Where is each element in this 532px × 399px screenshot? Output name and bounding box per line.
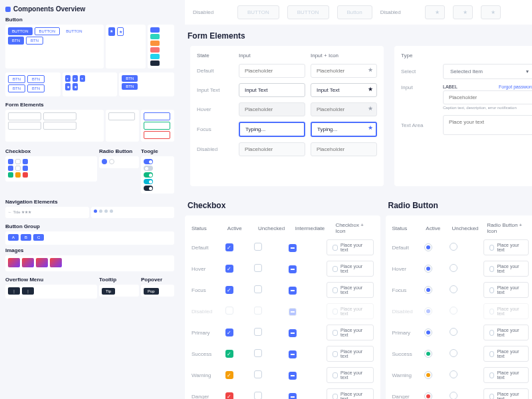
ib1[interactable]: + — [65, 75, 70, 82]
bb2[interactable]: BTN — [122, 83, 138, 90]
mi6[interactable] — [144, 112, 170, 120]
cb7[interactable] — [8, 172, 13, 178]
cb6[interactable] — [23, 166, 28, 171]
r-pill-Default[interactable]: Place your text — [483, 239, 529, 255]
d1[interactable] — [94, 209, 97, 213]
cb-unch-Hover[interactable] — [254, 264, 262, 272]
btn-sm2[interactable]: BTN — [26, 37, 43, 45]
cb-unch-Focus[interactable] — [254, 285, 262, 293]
cb-unch-Danger[interactable] — [254, 392, 262, 399]
r-pill-Hover[interactable]: Place your text — [483, 261, 529, 277]
om2[interactable]: ⋮ — [22, 287, 34, 295]
inp-default-icon[interactable] — [311, 64, 377, 78]
r-pill-Danger[interactable]: Place your text — [483, 388, 529, 399]
cb5[interactable] — [15, 166, 21, 171]
r-active-Focus[interactable] — [424, 286, 432, 294]
mi5[interactable] — [108, 112, 135, 120]
inp-hover[interactable] — [239, 102, 305, 116]
r-unch-Primary[interactable] — [450, 328, 458, 336]
mi7[interactable] — [144, 122, 170, 130]
mini-input1[interactable] — [8, 112, 41, 120]
cb3[interactable] — [23, 159, 28, 164]
cb4[interactable] — [8, 166, 13, 171]
cb-active-Danger[interactable]: ✓ — [225, 392, 233, 399]
r-unch-Success[interactable] — [450, 349, 458, 357]
b3[interactable]: BTN — [8, 84, 25, 92]
t3[interactable] — [144, 172, 153, 178]
r-pill-Focus[interactable]: Place your text — [483, 282, 529, 298]
cb9[interactable] — [23, 172, 28, 178]
icon-button2[interactable]: ★ — [117, 27, 124, 36]
t1[interactable] — [144, 159, 153, 164]
r-pill-Success[interactable]: Place your text — [483, 346, 529, 362]
cb-pill-Default[interactable]: Place your text — [327, 239, 374, 255]
cb-pill-Hover[interactable]: Place your text — [327, 261, 374, 277]
forgot-link[interactable]: Forgot password? — [499, 84, 532, 89]
cb-pill-Warning[interactable]: Place your text — [327, 367, 374, 383]
b2[interactable]: BTN — [27, 75, 45, 83]
bg2[interactable]: B — [21, 234, 31, 241]
cb-inter-Focus[interactable] — [289, 287, 297, 295]
cb-active-Success[interactable]: ✓ — [225, 350, 233, 358]
cb-inter-Default[interactable] — [289, 244, 297, 252]
d2[interactable] — [99, 209, 102, 213]
t5[interactable] — [144, 186, 153, 191]
bg1[interactable]: A — [8, 234, 19, 241]
b4[interactable]: BTN — [27, 84, 45, 92]
r-unch-Warning[interactable] — [450, 370, 458, 378]
cb-active-Hover[interactable]: ✓ — [225, 265, 233, 273]
cb2[interactable] — [15, 159, 21, 164]
r-active-Warning[interactable] — [424, 371, 432, 379]
cb8[interactable] — [15, 172, 21, 178]
r-active-Danger[interactable] — [424, 392, 432, 399]
mini-input3[interactable] — [8, 122, 41, 130]
bg3[interactable]: C — [33, 234, 44, 241]
mini-input4[interactable] — [43, 122, 76, 130]
cb-pill-Success[interactable]: Place your text — [327, 346, 374, 362]
ib4[interactable]: ★ — [65, 83, 70, 90]
cb-pill-Danger[interactable]: Place your text — [327, 388, 374, 399]
r1[interactable] — [102, 159, 107, 164]
inp-text-icon[interactable] — [311, 83, 377, 97]
r-pill-Primary[interactable]: Place your text — [483, 325, 529, 340]
r-active-Default[interactable] — [424, 243, 432, 251]
b1[interactable]: BTN — [8, 75, 25, 83]
r-active-Hover[interactable] — [424, 265, 432, 273]
cb-unch-Warning[interactable] — [254, 370, 262, 378]
mi8[interactable] — [144, 131, 170, 139]
button-primary[interactable]: BUTTON — [8, 27, 33, 35]
btn-sm[interactable]: BTN — [8, 37, 24, 45]
cb1[interactable] — [8, 159, 13, 164]
bb1[interactable]: BTN — [122, 75, 138, 82]
inp-text[interactable] — [239, 83, 305, 97]
cb-unch-Default[interactable] — [254, 243, 262, 251]
r-unch-Default[interactable] — [450, 243, 458, 251]
r-pill-Warning[interactable]: Place your text — [483, 367, 529, 383]
cb-pill-Primary[interactable]: Place your text — [327, 325, 374, 340]
cb-pill-Focus[interactable]: Place your text — [327, 282, 374, 298]
ib2[interactable]: + — [72, 75, 78, 82]
r-unch-Danger[interactable] — [450, 392, 458, 399]
cb-inter-Danger[interactable] — [289, 393, 297, 400]
labeled-input[interactable] — [443, 90, 532, 104]
cb-active-Default[interactable]: ✓ — [225, 243, 233, 251]
t2[interactable] — [144, 166, 153, 171]
cb-active-Warning[interactable]: ✓ — [225, 371, 233, 379]
t4[interactable] — [144, 179, 153, 184]
ib5[interactable]: ★ — [72, 83, 78, 90]
select-box[interactable]: Selected Item▾ — [443, 64, 532, 79]
button-ghost[interactable]: BUTTON — [62, 27, 86, 35]
icon-button[interactable]: ★ — [108, 27, 115, 36]
cb-unch-Success[interactable] — [254, 349, 262, 357]
r-unch-Focus[interactable] — [450, 285, 458, 293]
r2[interactable] — [109, 159, 114, 164]
d3[interactable] — [104, 209, 108, 213]
r-active-Primary[interactable] — [424, 329, 432, 336]
r-active-Success[interactable] — [424, 350, 432, 358]
cb-inter-Primary[interactable] — [289, 329, 297, 337]
cb-inter-Success[interactable] — [289, 350, 297, 358]
cb-inter-Hover[interactable] — [289, 265, 297, 273]
cb-active-Primary[interactable]: ✓ — [225, 329, 233, 336]
inp-default[interactable] — [239, 64, 305, 78]
inp-focus[interactable] — [239, 122, 305, 137]
